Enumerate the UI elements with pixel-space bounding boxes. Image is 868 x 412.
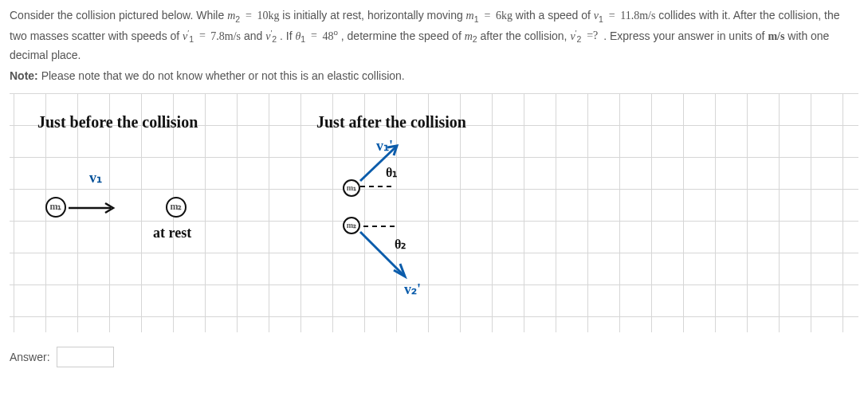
mid2: with a speed of xyxy=(516,9,594,22)
note-label: Note: xyxy=(10,69,38,82)
collision-diagram: Just before the collision Just after the… xyxy=(10,93,858,332)
var-m1: m xyxy=(466,10,474,22)
deg: o xyxy=(333,28,337,37)
mid4: and xyxy=(244,29,265,41)
ans-unit: m/s xyxy=(768,29,784,41)
eq3: = xyxy=(609,10,618,22)
mass1-after-label: m₁ xyxy=(347,183,356,192)
mass1-after-icon: m₁ xyxy=(343,179,360,197)
mid5: . If xyxy=(280,29,295,41)
v1-arrow-icon xyxy=(67,202,121,214)
theta1-label: θ₁ xyxy=(386,165,397,180)
val-th1: 48 xyxy=(322,29,333,41)
problem-statement: Consider the collision pictured below. W… xyxy=(10,6,858,64)
theta1-dash-icon xyxy=(359,182,399,190)
at-rest-label: at rest xyxy=(153,225,191,241)
v1-label: v₁ xyxy=(89,169,102,186)
mid7: after the collision, xyxy=(481,29,571,41)
val-v1p: 7.8 xyxy=(210,29,225,41)
eq5: = xyxy=(311,29,320,41)
mass1-before-icon: m₁ xyxy=(45,197,66,218)
sub-m1: 1 xyxy=(474,14,479,24)
val-m1: 6 xyxy=(496,10,501,22)
sub-v2p: 2 xyxy=(272,34,277,44)
note-text: Please note that we do not know whether … xyxy=(41,69,405,82)
mass2-after-icon: m₂ xyxy=(343,217,360,234)
before-title: Just before the collision xyxy=(37,113,198,131)
mass1-before-label: m₁ xyxy=(50,201,62,213)
sub-th1: 1 xyxy=(300,34,305,44)
mass2-before-icon: m₂ xyxy=(166,197,187,218)
eq2: = xyxy=(484,10,493,22)
note-line: Note: Please note that we do not know wh… xyxy=(10,67,858,84)
eq1: = xyxy=(245,10,254,22)
mass2-after-label: m₂ xyxy=(347,221,356,230)
sub-v1: 1 xyxy=(599,14,603,24)
val-v1: 11.8 xyxy=(620,10,639,22)
after-title: Just after the collision xyxy=(316,113,466,131)
sub-m2: 2 xyxy=(235,14,240,24)
theta2-label: θ₂ xyxy=(395,237,406,252)
eq4: = xyxy=(199,29,208,41)
var-m2b: m xyxy=(465,29,473,41)
unit-v1: m/s xyxy=(639,10,655,22)
unit-m2: kg xyxy=(268,10,279,22)
mass2-before-label: m₂ xyxy=(171,201,183,213)
v2p-label: v₂' xyxy=(404,281,421,298)
sub-m2b: 2 xyxy=(473,34,477,44)
mid1: is initially at rest, horizontally movin… xyxy=(282,9,465,22)
theta2-dash-icon xyxy=(362,222,402,230)
sub-v1p: 1 xyxy=(189,34,194,44)
unit-m1: kg xyxy=(501,10,513,22)
unit-v1p: m/s xyxy=(225,29,241,41)
answer-row: Answer: xyxy=(10,347,858,367)
answer-label: Answer: xyxy=(10,351,50,363)
val-m2: 10 xyxy=(257,10,268,22)
sub-v2pb: 2 xyxy=(576,34,581,44)
q: =? xyxy=(587,29,598,41)
answer-input[interactable] xyxy=(57,347,114,367)
mid8: . Express your answer in units of xyxy=(603,29,768,41)
intro-text: Consider the collision pictured below. W… xyxy=(10,9,227,22)
var-m2: m xyxy=(227,10,235,22)
v1p-label: v₁' xyxy=(376,137,393,155)
mid6: , determine the speed of xyxy=(341,29,465,41)
